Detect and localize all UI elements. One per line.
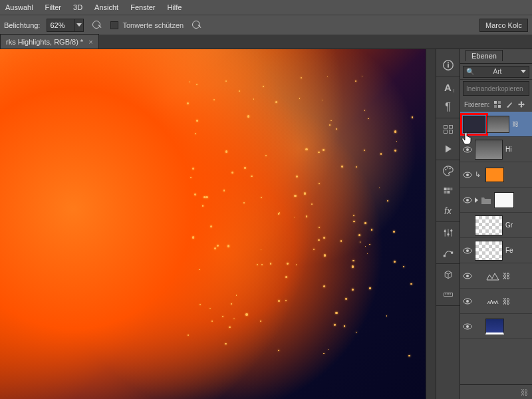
link-icon[interactable]: ⛓ (503, 297, 510, 305)
svg-point-39 (466, 249, 469, 252)
color-palette-icon[interactable] (442, 164, 455, 178)
svg-point-7 (445, 169, 446, 170)
visibility-icon[interactable] (463, 322, 472, 331)
layer-thumbnail[interactable] (485, 168, 504, 182)
svg-rect-3 (444, 125, 447, 128)
lock-brush-icon[interactable] (505, 100, 513, 108)
visibility-icon[interactable] (463, 246, 472, 255)
layer-thumbnail[interactable] (475, 215, 503, 235)
menu-auswahl[interactable]: Auswahl (5, 3, 33, 11)
svg-point-43 (466, 300, 469, 303)
exposure-dropdown[interactable] (74, 19, 83, 31)
adjustment-icon[interactable] (485, 296, 500, 307)
layers-panel-tab[interactable]: Ebenen (460, 49, 532, 64)
menu-3d[interactable]: 3D (73, 3, 82, 11)
svg-point-45 (466, 325, 469, 328)
layer-mask-thumbnail[interactable] (494, 192, 514, 208)
tablet-pressure-icon[interactable] (190, 19, 203, 32)
layer-row[interactable]: Fe (460, 238, 532, 263)
layer-row[interactable]: ↳ (460, 162, 532, 188)
info-icon[interactable] (442, 59, 455, 72)
svg-rect-30 (494, 105, 497, 108)
folder-icon (481, 196, 491, 205)
protect-tones-label: Tonwerte schützen (122, 21, 184, 29)
group-disclosure-icon[interactable] (475, 198, 478, 203)
menubar: Auswahl Filter 3D Ansicht Fenster Hilfe (0, 0, 532, 15)
layer-name[interactable]: Fe (505, 247, 513, 254)
checkbox-icon (110, 21, 118, 29)
visibility-icon[interactable] (463, 297, 472, 306)
svg-point-33 (466, 148, 469, 151)
visibility-icon[interactable] (463, 221, 472, 230)
layer-thumbnail[interactable] (475, 140, 503, 160)
layer-kind-select[interactable]: 🔍Art (463, 66, 529, 78)
protect-tones-checkbox[interactable]: Tonwerte schützen (110, 21, 184, 29)
user-button[interactable]: Marco Kolc (479, 19, 528, 32)
layer-thumbnail[interactable] (475, 241, 503, 261)
paths-icon[interactable] (442, 246, 455, 259)
svg-rect-11 (447, 188, 450, 190)
layer-row[interactable] (460, 314, 532, 339)
adjustments-icon[interactable] (442, 226, 455, 239)
paragraph-icon[interactable]: ¶ (442, 100, 455, 114)
svg-point-9 (449, 168, 450, 169)
play-icon[interactable] (442, 142, 455, 156)
exposure-field[interactable] (47, 19, 84, 32)
layer-row[interactable] (460, 188, 532, 213)
exposure-label: Belichtung: (4, 21, 40, 29)
layer-row[interactable]: ⛓ (460, 263, 532, 289)
layer-row[interactable]: ⛓ (460, 289, 532, 314)
swatches-icon[interactable] (442, 184, 455, 198)
canvas-area[interactable] (0, 49, 436, 399)
layer-row[interactable]: Gr (460, 213, 532, 238)
visibility-icon[interactable] (463, 145, 472, 154)
svg-rect-13 (444, 191, 446, 194)
close-tab-icon[interactable]: × (88, 38, 92, 46)
visibility-icon[interactable] (463, 170, 472, 180)
character-icon[interactable]: A| (442, 80, 455, 94)
menu-ansicht[interactable]: Ansicht (94, 3, 118, 11)
exposure-input[interactable] (47, 21, 74, 29)
layer-name[interactable]: Hi (505, 146, 511, 153)
visibility-icon[interactable] (463, 271, 472, 281)
measurement-icon[interactable] (442, 288, 455, 301)
visibility-icon[interactable] (463, 196, 472, 205)
layer-list[interactable]: ⛓ Hi ↳ Gr (460, 112, 532, 384)
layer-name[interactable]: Gr (505, 221, 513, 229)
svg-point-37 (466, 199, 469, 201)
link-icon[interactable]: ⛓ (512, 120, 519, 128)
vertical-scrollbar[interactable] (426, 49, 436, 399)
link-layers-icon[interactable]: ⛓ (521, 388, 528, 396)
properties-split-icon[interactable] (442, 122, 455, 136)
svg-point-20 (450, 229, 452, 231)
svg-rect-31 (498, 105, 501, 108)
lock-row: Fixieren: (460, 97, 532, 112)
levels-adjustment-icon[interactable] (485, 271, 500, 281)
lock-move-icon[interactable] (517, 100, 525, 108)
3d-icon[interactable] (442, 268, 455, 281)
menu-hilfe[interactable]: Hilfe (167, 3, 182, 11)
svg-rect-22 (451, 251, 453, 253)
link-icon[interactable]: ⛓ (503, 272, 510, 280)
svg-rect-14 (447, 191, 450, 194)
blend-mode-select[interactable]: Ineinanderkopieren (463, 81, 529, 96)
document-title: rks Highlights, RGB/8) * (6, 38, 83, 46)
airbrush-icon[interactable] (90, 19, 104, 32)
layer-thumbnail[interactable] (485, 319, 504, 334)
layer-row[interactable]: ⛓ (460, 112, 532, 137)
options-bar: Belichtung: Tonwerte schützen Marco Kolc (0, 15, 532, 35)
svg-rect-29 (498, 101, 501, 104)
menu-filter[interactable]: Filter (45, 3, 61, 11)
styles-icon[interactable]: fx (442, 204, 455, 217)
svg-point-19 (447, 233, 449, 235)
lock-pixels-icon[interactable] (493, 100, 501, 108)
menu-fenster[interactable]: Fenster (130, 3, 155, 11)
svg-rect-12 (450, 188, 452, 190)
collapsed-panel-rail: A| ¶ fx (436, 49, 460, 399)
svg-point-35 (466, 174, 469, 176)
clip-arrow-icon: ↳ (475, 170, 483, 179)
layer-row[interactable]: Hi (460, 137, 532, 162)
document-tab[interactable]: rks Highlights, RGB/8) * × (0, 34, 99, 49)
layer-mask-thumbnail[interactable] (487, 116, 509, 133)
layer-thumbnail[interactable] (463, 116, 485, 133)
